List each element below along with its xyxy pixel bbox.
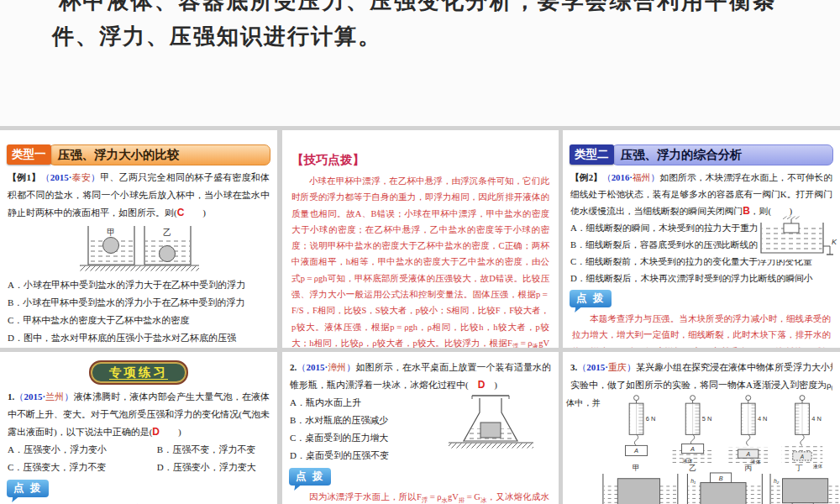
liquid-label: 液体 [682, 458, 692, 464]
example2-analysis: 本题考查浮力与压强。当木块所受的浮力减小时，细线承受的拉力增大，增大到一定值时，… [572, 311, 831, 348]
ball-suspended [160, 246, 176, 262]
problem3-figures: 6 N A 甲 5 N A 液体 乙 4 N [601, 394, 840, 504]
conical-flask-figure [438, 391, 543, 451]
scale-reading: 4 N [758, 415, 768, 423]
panel-tips: 【技巧点拨】 小球在甲杯中漂浮，在乙杯中悬浮，由浮沉条件可知，它们此时所受的浮力… [282, 130, 559, 348]
problem2-analysis: 因为冰漂浮于水面上，所以F浮＝ρ水gV排＝G冰，又冰熔化成水后， [291, 489, 549, 504]
setup-label: 甲 [633, 464, 640, 472]
problem3-year: 2015· [586, 362, 608, 372]
tanks-figure: 液体 h₁ B 液体 h₂ B 液体 [601, 472, 840, 504]
tips-header: 【技巧点拨】 [291, 152, 549, 168]
object-a-label: A [633, 447, 638, 454]
ball-floating [103, 238, 119, 254]
example2-figure: K [758, 216, 837, 260]
type1-title: 压强、浮力大小的比较 [49, 144, 271, 165]
problem1-option-d: D．压强变小，浮力变大 [157, 459, 270, 476]
problem1-option-a: A．压强变小，浮力变小 [8, 441, 157, 459]
type2-title: 压强、浮力的综合分析 [612, 144, 834, 165]
setup-label: 丁 [795, 464, 803, 472]
block-b-label: B [718, 475, 722, 482]
paren-close: ） [627, 362, 636, 372]
example1-city: 泰安 [71, 172, 91, 182]
problem3-stem-line1: 3.（2015·重庆）某兴趣小组在探究浸在液体中物体所受浮力大小规律的 [570, 359, 832, 376]
problem1-options: A．压强变小，浮力变小 B．压强不变，浮力不变 C．压强变大，浮力不变 D．压强… [8, 441, 270, 476]
problem3-stem-left: 体中，并 [566, 394, 601, 412]
problem2-option-c: C．桌面受到的压力增大 [290, 429, 445, 447]
type1-badge: 类型一 [7, 144, 51, 165]
paren-open: （ [40, 172, 50, 182]
paren-open: （ [602, 172, 612, 182]
example1-label: 【例1】 [8, 172, 40, 182]
example2-option-d: D．细线断裂后，木块再次漂浮时受到的浮力比断线的瞬间小 [570, 270, 832, 286]
tips-paragraph-1: 小球在甲杯中漂浮，在乙杯中悬浮，由浮沉条件可知，它们此时所受的浮力都等于自身的重… [291, 173, 549, 348]
problem3-figure-row: 体中，并 6 N A 甲 5 N [566, 394, 837, 504]
ice-block [480, 423, 501, 438]
example1-option-a: A．小球在甲杯中受到盐水的浮力大于在乙杯中受到的浮力 [8, 276, 270, 294]
type2-header: 类型二 压强、浮力的综合分析 [570, 145, 833, 164]
example1-stem-end: ) [184, 207, 206, 218]
example2-year: 2016· [612, 172, 633, 182]
problem1-answer-mark: D [152, 426, 160, 438]
problem1-option-c: C．压强变大，浮力不变 [8, 459, 157, 476]
setup-label: 乙 [689, 464, 696, 472]
depth-h2-label: h₂ [774, 478, 780, 484]
liquid-label: 液体 [750, 459, 760, 465]
scale-reading: 4 N [811, 415, 822, 423]
depth-h1-label: h₁ [690, 478, 696, 484]
pointer-badge: 点 拨 [570, 290, 612, 307]
example2-label: 【例2】 [570, 172, 602, 182]
paren-close: ） [651, 172, 660, 182]
paren-close: ） [91, 172, 100, 182]
type1-header: 类型一 压强、浮力大小的比较 [7, 145, 270, 164]
valve-label: K [832, 238, 837, 246]
problem2-stem-end: ) [485, 380, 497, 390]
practice-banner: 专项练习 [89, 360, 188, 385]
problem1-pointer: 点 拨 [0, 476, 277, 501]
two-beakers-figure: 甲 乙 [67, 223, 210, 274]
paren-open: （ [297, 362, 306, 372]
problem2-option-d: D．桌面受到的压强不变 [290, 447, 445, 465]
object-a-label: A [745, 451, 750, 457]
example1-option-c: C．甲杯中盐水的密度大于乙杯中盐水的密度 [8, 312, 270, 329]
problem1-stem: 1.（2015·兰州）液体沸腾时，液体内部会产生大量气泡，在液体中不断上升、变大… [8, 388, 270, 441]
beaker1-label: 甲 [107, 228, 115, 237]
example2-stem: 【例2】（2016·福州）如图所示，木块漂浮在水面上，不可伸长的细线处于松弛状态… [570, 169, 832, 219]
problem2-city: 漳州 [328, 362, 346, 372]
courseware-slide: { "palette": { "type1_accent": "#e9661b"… [0, 0, 840, 504]
example2-city: 福州 [633, 172, 651, 182]
practice-banner-row: 专项练习 [0, 360, 277, 385]
type2-badge: 类型二 [570, 144, 614, 165]
problem2-options: A．瓶内水面上升 B．水对瓶底的压强减少 C．桌面受到的压力增大 D．桌面受到的… [290, 394, 445, 465]
paren-close: ） [65, 391, 74, 402]
problem2-year: 2015· [306, 362, 328, 372]
pointer-badge: 点 拨 [7, 480, 49, 497]
example1-option-b: B．小球在甲杯中受到盐水的浮力小于在乙杯中受到的浮力 [8, 294, 270, 312]
container-valve-figure: K [758, 216, 837, 260]
problem3-number: 3. [570, 362, 577, 372]
panel-practice-3: 3.（2015·重庆）某兴趣小组在探究浸在液体中物体所受浮力大小规律的 实验中，… [563, 352, 840, 504]
example1-options: A．小球在甲杯中受到盐水的浮力大于在乙杯中受到的浮力 B．小球在甲杯中受到盐水的… [8, 276, 270, 347]
example1-option-d: D．图中，盐水对甲杯底的压强小于盐水对乙杯底的压强 [8, 329, 270, 347]
floating-block [617, 479, 659, 504]
wood-block [784, 223, 799, 233]
spring-scales-figure: 6 N A 甲 5 N A 液体 乙 4 N [608, 394, 837, 472]
problem1-number: 1. [8, 391, 14, 402]
paren-open: （ [14, 391, 24, 402]
problem2-stem: 2.（2015·漳州）如图所示，在水平桌面上放置一个装有适量水的锥形瓶，瓶内漂浮… [290, 359, 551, 394]
panel-type2: 类型二 压强、浮力的综合分析 【例2】（2016·福州）如图所示，木块漂浮在水面… [563, 130, 840, 348]
problem1-city: 兰州 [45, 391, 64, 402]
intro-section: 杯中液体、容器底所受压力、压强变化分析，要学会综合利用平衡条 件、浮力、压强知识… [0, 0, 840, 126]
problem2-pointer: 点 拨 [282, 465, 559, 489]
problem2-number: 2. [290, 362, 297, 372]
panel-practice-1: 专项练习 1.（2015·兰州）液体沸腾时，液体内部会产生大量气泡，在液体中不断… [0, 352, 277, 504]
intro-line2: 件、浮力、压强知识进行计算。 [52, 22, 381, 51]
example1-year: 2015· [50, 172, 72, 182]
example1-figure: 甲 乙 [0, 223, 277, 274]
object-a-label: A [690, 445, 695, 453]
pointer-badge: 点 拨 [289, 468, 331, 486]
example2-pointer: 点 拨 [563, 286, 840, 311]
problem1-analysis: 气泡在上升过程中，体积会逐渐变大，所处的深度变小，由p＝ρgh得，气泡受到的压强… [9, 501, 268, 504]
problem1-option-b: B．压强不变，浮力不变 [157, 441, 270, 459]
problem1-stem-end: ) [160, 427, 181, 437]
problem3-stem-text-1: 某兴趣小组在探究浸在液体中物体所受浮力大小规律的 [636, 362, 832, 372]
